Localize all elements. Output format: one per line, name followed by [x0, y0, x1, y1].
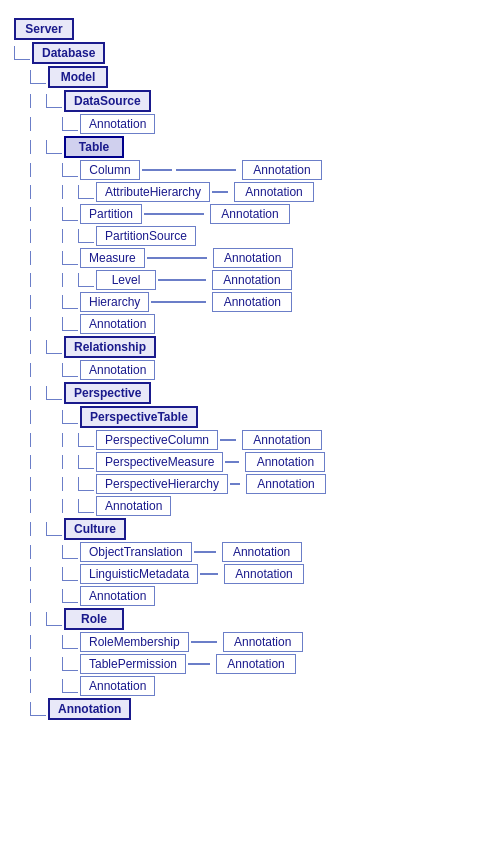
rolemembership-annotation-node[interactable]: Annotation	[223, 632, 303, 652]
perspectivemeasure-annotation-node[interactable]: Annotation	[245, 452, 325, 472]
relationship-row: Relationship	[14, 336, 486, 358]
tablepermission-node[interactable]: TablePermission	[80, 654, 186, 674]
column-row: Column Annotation	[14, 160, 486, 180]
culture-annotation-row: Annotation	[14, 586, 486, 606]
relationship-annotation-node[interactable]: Annotation	[80, 360, 155, 380]
datasource-annotation-row: Annotation	[14, 114, 486, 134]
perspectivehierarchy-annotation-node[interactable]: Annotation	[246, 474, 326, 494]
rolemembership-node[interactable]: RoleMembership	[80, 632, 189, 652]
tablepermission-row: TablePermission Annotation	[14, 654, 486, 674]
column-annotation-node[interactable]: Annotation	[242, 160, 322, 180]
model-annotation-row: Annotation	[14, 698, 486, 720]
table-annotation-row: Annotation	[14, 314, 486, 334]
model-node[interactable]: Model	[48, 66, 108, 88]
level-row: Level Annotation	[14, 270, 486, 290]
culture-node[interactable]: Culture	[64, 518, 126, 540]
perspectivemeasure-row: PerspectiveMeasure Annotation	[14, 452, 486, 472]
role-annotation-row: Annotation	[14, 676, 486, 696]
partitionsource-node[interactable]: PartitionSource	[96, 226, 196, 246]
tablepermission-annotation-node[interactable]: Annotation	[216, 654, 296, 674]
measure-annotation-node[interactable]: Annotation	[213, 248, 293, 268]
partition-annotation-node[interactable]: Annotation	[210, 204, 290, 224]
perspective-row: Perspective	[14, 382, 486, 404]
database-node[interactable]: Database	[32, 42, 105, 64]
perspectivemeasure-node[interactable]: PerspectiveMeasure	[96, 452, 223, 472]
column-node[interactable]: Column	[80, 160, 140, 180]
perspectivehierarchy-row: PerspectiveHierarchy Annotation	[14, 474, 486, 494]
datasource-annotation-node[interactable]: Annotation	[80, 114, 155, 134]
level-annotation-node[interactable]: Annotation	[212, 270, 292, 290]
relationship-node[interactable]: Relationship	[64, 336, 156, 358]
hierarchy-annotation-node[interactable]: Annotation	[212, 292, 292, 312]
attributehierarchy-annotation-node[interactable]: Annotation	[234, 182, 314, 202]
server-node[interactable]: Server	[14, 18, 74, 40]
perspectivehierarchy-node[interactable]: PerspectiveHierarchy	[96, 474, 228, 494]
table-row: Table	[14, 136, 486, 158]
server-row: Server	[14, 18, 486, 40]
perspectivecolumn-annotation-node[interactable]: Annotation	[242, 430, 322, 450]
role-row: Role	[14, 608, 486, 630]
table-node[interactable]: Table	[64, 136, 124, 158]
culture-annotation-node[interactable]: Annotation	[80, 586, 155, 606]
perspectivetable-annotation-row: Annotation	[14, 496, 486, 516]
perspectivecolumn-row: PerspectiveColumn Annotation	[14, 430, 486, 450]
role-annotation-node[interactable]: Annotation	[80, 676, 155, 696]
partitionsource-row: PartitionSource	[14, 226, 486, 246]
table-annotation-node[interactable]: Annotation	[80, 314, 155, 334]
perspectivetable-node[interactable]: PerspectiveTable	[80, 406, 198, 428]
partition-node[interactable]: Partition	[80, 204, 142, 224]
perspective-node[interactable]: Perspective	[64, 382, 151, 404]
database-row: Database	[14, 42, 486, 64]
objecttranslation-node[interactable]: ObjectTranslation	[80, 542, 192, 562]
linguisticmetadata-annotation-node[interactable]: Annotation	[224, 564, 304, 584]
linguisticmetadata-row: LinguisticMetadata Annotation	[14, 564, 486, 584]
role-node[interactable]: Role	[64, 608, 124, 630]
perspectivetable-annotation-node[interactable]: Annotation	[96, 496, 171, 516]
hierarchy-node[interactable]: Hierarchy	[80, 292, 149, 312]
partition-row: Partition Annotation	[14, 204, 486, 224]
datasource-row: DataSource	[14, 90, 486, 112]
datasource-node[interactable]: DataSource	[64, 90, 151, 112]
perspectivecolumn-node[interactable]: PerspectiveColumn	[96, 430, 218, 450]
model-annotation-node[interactable]: Annotation	[48, 698, 131, 720]
rolemembership-row: RoleMembership Annotation	[14, 632, 486, 652]
objecttranslation-row: ObjectTranslation Annotation	[14, 542, 486, 562]
attributehierarchy-row: AttributeHierarchy Annotation	[14, 182, 486, 202]
linguisticmetadata-node[interactable]: LinguisticMetadata	[80, 564, 198, 584]
perspectivetable-row: PerspectiveTable	[14, 406, 486, 428]
attributehierarchy-node[interactable]: AttributeHierarchy	[96, 182, 210, 202]
measure-row: Measure Annotation	[14, 248, 486, 268]
level-node[interactable]: Level	[96, 270, 156, 290]
measure-node[interactable]: Measure	[80, 248, 145, 268]
relationship-annotation-row: Annotation	[14, 360, 486, 380]
model-row: Model	[14, 66, 486, 88]
culture-row: Culture	[14, 518, 486, 540]
objecttranslation-annotation-node[interactable]: Annotation	[222, 542, 302, 562]
tree-container: Server Database Model DataSource Annotat…	[0, 0, 500, 738]
hierarchy-row: Hierarchy Annotation	[14, 292, 486, 312]
